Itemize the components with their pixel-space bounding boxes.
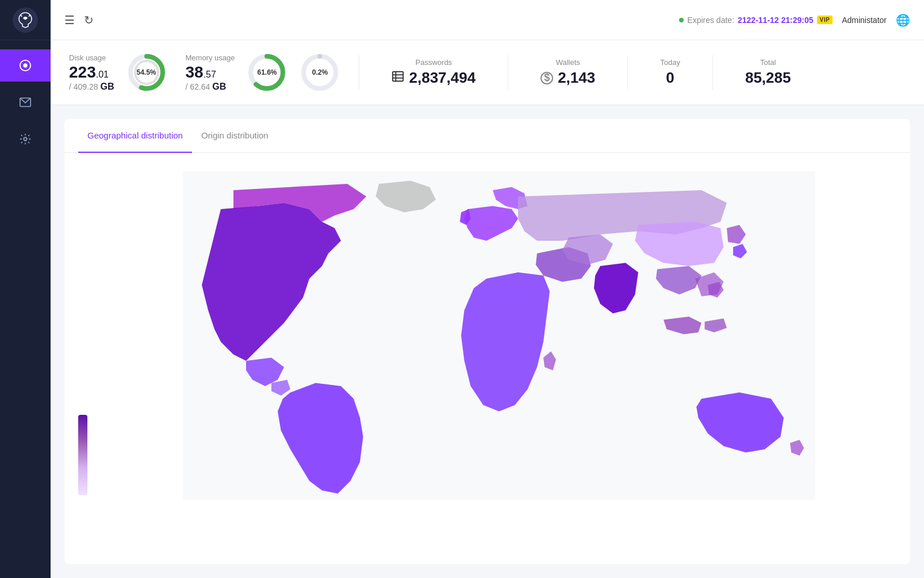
vip-badge: VIP <box>817 16 833 24</box>
main-content: ☰ ↻ Expires date: 2122-11-12 21:29:05 VI… <box>51 0 924 578</box>
wallets-label: Wallets <box>556 58 580 67</box>
disk-percent-label: 54.5% <box>136 68 156 76</box>
memory-usage-text: Memory usage 38.57 / 62.64 GB <box>186 53 235 92</box>
world-map <box>183 171 815 500</box>
memory-percent2-label: 0.2% <box>312 68 328 76</box>
total-label: Total <box>760 58 776 67</box>
map-legend <box>78 415 87 495</box>
expires-info: Expires date: 2122-11-12 21:29:05 VIP <box>679 16 833 25</box>
logo-icon <box>13 7 38 33</box>
sidebar-item-dashboard[interactable] <box>0 49 51 82</box>
refresh-icon[interactable]: ↻ <box>84 13 94 27</box>
memory-percent-label: 61.6% <box>257 68 277 76</box>
content-area: Geographical distribution Origin distrib… <box>51 105 924 578</box>
divider-3 <box>627 55 628 90</box>
divider-1 <box>359 55 359 90</box>
sidebar-item-settings[interactable] <box>0 123 51 155</box>
today-value: 0 <box>666 69 674 87</box>
world-map-container <box>101 171 896 500</box>
topbar: ☰ ↻ Expires date: 2122-11-12 21:29:05 VI… <box>51 0 924 40</box>
passwords-label: Passwords <box>416 58 453 67</box>
passwords-value: 2,837,494 <box>392 69 476 87</box>
disk-usage-text: Disk usage 223.01 / 409.28 GB <box>69 53 114 92</box>
wallets-value: $ 2,143 <box>540 69 595 87</box>
svg-point-1 <box>23 63 27 67</box>
stats-bar: Disk usage 223.01 / 409.28 GB 54.5% <box>51 40 924 105</box>
total-stat: Total 85,285 <box>731 58 805 87</box>
admin-name: Administator <box>842 16 887 25</box>
disk-value: 223.01 <box>69 64 114 80</box>
content-inner: Geographical distribution Origin distrib… <box>64 119 910 564</box>
sidebar-logo <box>0 0 51 40</box>
memory-usage-group: Memory usage 38.57 / 62.64 GB 61.6% <box>186 52 341 93</box>
database-icon <box>392 70 404 86</box>
disk-usage-group: Disk usage 223.01 / 409.28 GB 54.5% <box>69 52 167 93</box>
memory-donut: 61.6% <box>246 52 287 93</box>
expires-label: Expires date: <box>687 16 734 25</box>
sidebar-nav <box>0 40 51 155</box>
divider-4 <box>712 55 713 90</box>
today-stat: Today 0 <box>646 58 694 87</box>
menu-icon[interactable]: ☰ <box>64 13 75 27</box>
globe-icon[interactable]: 🌐 <box>896 13 910 27</box>
svg-rect-11 <box>393 72 403 82</box>
today-label: Today <box>660 58 680 67</box>
memory-label: Memory usage <box>186 53 235 62</box>
disk-label: Disk usage <box>69 53 114 62</box>
status-dot <box>679 18 684 22</box>
legend-bar <box>78 415 87 495</box>
sidebar <box>0 0 51 578</box>
sidebar-item-mail[interactable] <box>0 86 51 118</box>
disk-donut: 54.5% <box>126 52 167 93</box>
memory-total: / 62.64 GB <box>186 82 235 92</box>
memory-donut2: 0.2% <box>299 52 340 93</box>
map-area <box>64 153 910 518</box>
topbar-left: ☰ ↻ <box>64 13 670 27</box>
svg-point-3 <box>24 137 27 141</box>
passwords-stat: Passwords 2,837,494 <box>378 58 489 87</box>
wallets-stat: Wallets $ 2,143 <box>527 58 609 87</box>
disk-total: / 409.28 GB <box>69 82 114 92</box>
total-value: 85,285 <box>745 69 791 87</box>
distribution-tabs: Geographical distribution Origin distrib… <box>64 119 910 153</box>
topbar-right: Expires date: 2122-11-12 21:29:05 VIP Ad… <box>679 13 910 27</box>
expires-date: 2122-11-12 21:29:05 <box>738 16 814 25</box>
divider-2 <box>508 55 508 90</box>
tab-geographical[interactable]: Geographical distribution <box>78 119 192 153</box>
dollar-icon: $ <box>540 72 553 84</box>
memory-value: 38.57 <box>186 64 235 80</box>
tab-origin[interactable]: Origin distribution <box>192 119 278 153</box>
